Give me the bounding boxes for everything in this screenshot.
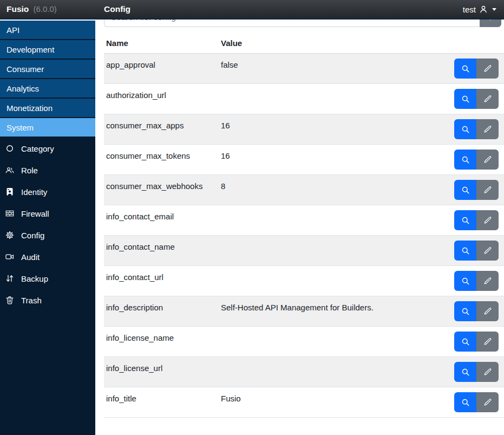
action-button-group	[454, 180, 499, 200]
trash-icon	[5, 296, 14, 304]
config-table: Name Value app_approval false	[104, 34, 504, 418]
edit-button[interactable]	[476, 392, 499, 412]
sidebar-item-consumer[interactable]: Consumer	[0, 60, 95, 79]
sidebar-item-role[interactable]: Role	[0, 159, 95, 181]
edit-button[interactable]	[476, 89, 499, 109]
sidebar-item-identity[interactable]: Identity	[0, 181, 95, 203]
config-name: info_license_name	[104, 327, 219, 356]
table-row: app_approval false	[104, 54, 504, 84]
table-row: consumer_max_webhooks 8	[104, 175, 504, 205]
config-name: info_contact_url	[104, 266, 219, 296]
edit-button[interactable]	[476, 210, 499, 230]
view-button[interactable]	[454, 59, 476, 79]
config-value: Fusio	[219, 387, 449, 417]
sidebar-item-firewall[interactable]: Firewall	[0, 203, 95, 224]
config-value: 8	[219, 175, 449, 205]
sidebar-item-monetization[interactable]: Monetization	[0, 99, 95, 118]
config-value: 16	[219, 145, 449, 174]
user-menu[interactable]: test	[463, 5, 504, 14]
sidebar-item-api[interactable]: API	[0, 21, 95, 40]
view-button[interactable]	[454, 392, 476, 412]
sidebar-item-backup[interactable]: Backup	[0, 268, 95, 289]
column-header-actions	[449, 34, 504, 53]
config-name: info_title	[104, 387, 219, 417]
magnifier-icon	[461, 398, 470, 407]
pencil-icon	[483, 277, 492, 285]
sidebar-item-trash[interactable]: Trash	[0, 289, 95, 311]
magnifier-icon	[461, 216, 470, 225]
edit-button[interactable]	[476, 119, 499, 139]
sidebar-item-label: Config	[21, 231, 44, 240]
column-header-name: Name	[104, 34, 219, 53]
view-button[interactable]	[454, 332, 476, 352]
sidebar-sub-nav: Category Role Id	[0, 138, 95, 311]
view-button[interactable]	[454, 210, 476, 230]
pencil-icon	[483, 64, 492, 73]
config-value: Self-Hosted API Management for Builders.	[219, 296, 449, 326]
user-name: test	[463, 5, 476, 14]
edit-button[interactable]	[476, 271, 499, 291]
sidebar-item-label: Category	[21, 144, 54, 153]
magnifier-icon	[461, 95, 470, 103]
view-button[interactable]	[454, 362, 476, 382]
bricks-icon	[5, 209, 14, 218]
view-button[interactable]	[454, 150, 476, 170]
edit-button[interactable]	[476, 59, 499, 79]
row-actions	[449, 205, 504, 235]
action-button-group	[454, 119, 499, 139]
sidebar-item-development[interactable]: Development	[0, 40, 95, 60]
sidebar-item-analytics[interactable]: Analytics	[0, 79, 95, 99]
table-header: Name Value	[104, 34, 504, 54]
view-button[interactable]	[454, 241, 476, 261]
pencil-icon	[483, 155, 492, 164]
view-button[interactable]	[454, 271, 476, 291]
view-button[interactable]	[454, 119, 476, 139]
top-navbar: Fusio (6.0.0) Config test	[0, 0, 504, 20]
edit-button[interactable]	[476, 301, 499, 321]
view-button[interactable]	[454, 180, 476, 200]
edit-button[interactable]	[476, 180, 499, 200]
sidebar-item-category[interactable]: Category	[0, 138, 95, 159]
sidebar-item-system[interactable]: System	[0, 118, 95, 138]
sidebar-item-config[interactable]: Config	[0, 224, 95, 246]
brand-link[interactable]: Fusio (6.0.0)	[0, 4, 95, 14]
table-row: consumer_max_tokens 16	[104, 145, 504, 175]
sidebar-item-label: Identity	[21, 187, 47, 197]
edit-button[interactable]	[476, 332, 499, 352]
sidebar-item-label: Trash	[21, 296, 42, 305]
sidebar-item-label: Firewall	[21, 209, 49, 218]
action-button-group	[454, 150, 499, 170]
pencil-icon	[483, 186, 492, 194]
brand-version: (6.0.0)	[34, 4, 57, 14]
magnifier-icon	[461, 337, 470, 346]
view-button[interactable]	[454, 301, 476, 321]
table-row: info_contact_email	[104, 205, 504, 236]
row-actions	[449, 84, 504, 114]
sidebar-item-audit[interactable]: Audit	[0, 246, 95, 268]
magnifier-icon	[461, 186, 470, 194]
person-icon	[479, 5, 488, 14]
config-name: info_description	[104, 296, 219, 326]
table-row: consumer_max_apps 16	[104, 114, 504, 145]
pencil-icon	[483, 368, 492, 376]
row-actions	[449, 236, 504, 265]
pencil-icon	[483, 337, 492, 346]
table-row: info_description Self-Hosted API Managem…	[104, 296, 504, 327]
action-button-group	[454, 59, 499, 79]
row-actions	[449, 175, 504, 205]
row-actions	[449, 266, 504, 296]
action-button-group	[454, 332, 499, 352]
edit-button[interactable]	[476, 150, 499, 170]
edit-button[interactable]	[476, 241, 499, 261]
view-button[interactable]	[454, 89, 476, 109]
table-row: info_contact_url	[104, 266, 504, 296]
config-value	[219, 357, 449, 387]
row-actions	[449, 296, 504, 326]
config-value	[219, 236, 449, 265]
magnifier-icon	[461, 307, 470, 316]
people-icon	[5, 166, 14, 174]
table-row: info_title Fusio	[104, 387, 504, 418]
config-value: 16	[219, 114, 449, 144]
edit-button[interactable]	[476, 362, 499, 382]
column-header-value: Value	[219, 34, 449, 53]
